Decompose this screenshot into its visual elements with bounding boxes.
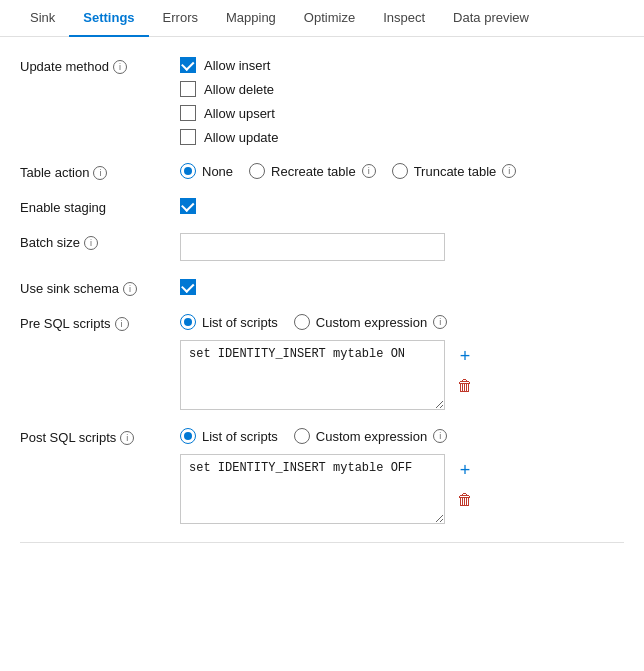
post-sql-scripts-label: Post SQL scripts i [20,428,180,445]
allow-insert-checkbox[interactable]: Allow insert [180,57,624,73]
enable-staging-checkbox-box[interactable] [180,198,196,214]
allow-upsert-label: Allow upsert [204,106,275,121]
post-sql-actions: + 🗑 [453,454,477,512]
post-sql-expression-info-icon[interactable]: i [433,429,447,443]
pre-sql-expression-radio-circle[interactable] [294,314,310,330]
table-action-none[interactable]: None [180,163,233,179]
pre-sql-expression-info-icon[interactable]: i [433,315,447,329]
pre-sql-scripts-content: List of scripts Custom expression i + 🗑 [180,314,624,410]
tab-settings[interactable]: Settings [69,0,148,37]
allow-upsert-checkbox-box[interactable] [180,105,196,121]
pre-sql-delete-button[interactable]: 🗑 [453,374,477,398]
tab-data-preview[interactable]: Data preview [439,0,543,37]
tab-bar: Sink Settings Errors Mapping Optimize In… [0,0,644,37]
post-sql-list-radio-circle[interactable] [180,428,196,444]
pre-sql-scripts-label: Pre SQL scripts i [20,314,180,331]
update-method-row: Update method i Allow insert Allow delet… [20,57,624,145]
post-sql-expression-radio-circle[interactable] [294,428,310,444]
allow-insert-label: Allow insert [204,58,270,73]
post-sql-scripts-row: Post SQL scripts i List of scripts Custo… [20,428,624,524]
pre-sql-textarea[interactable] [180,340,445,410]
batch-size-label: Batch size i [20,233,180,250]
post-sql-editor-row: + 🗑 [180,454,624,524]
enable-staging-label: Enable staging [20,198,180,215]
use-sink-schema-info-icon[interactable]: i [123,282,137,296]
allow-update-checkbox[interactable]: Allow update [180,129,624,145]
pre-sql-radio-group: List of scripts Custom expression i [180,314,624,330]
update-method-options: Allow insert Allow delete Allow upsert A… [180,57,624,145]
allow-delete-label: Allow delete [204,82,274,97]
enable-staging-row: Enable staging [20,198,624,215]
pre-sql-list-radio-circle[interactable] [180,314,196,330]
pre-sql-actions: + 🗑 [453,340,477,398]
batch-size-row: Batch size i [20,233,624,261]
allow-update-label: Allow update [204,130,278,145]
update-method-info-icon[interactable]: i [113,60,127,74]
pre-sql-editor-row: + 🗑 [180,340,624,410]
pre-sql-info-icon[interactable]: i [115,317,129,331]
bottom-divider [20,542,624,543]
tab-mapping[interactable]: Mapping [212,0,290,37]
tab-inspect[interactable]: Inspect [369,0,439,37]
table-action-recreate-radio[interactable] [249,163,265,179]
use-sink-schema-label: Use sink schema i [20,279,180,296]
enable-staging-checkbox[interactable] [180,198,624,214]
recreate-table-info-icon[interactable]: i [362,164,376,178]
table-action-truncate[interactable]: Truncate table i [392,163,517,179]
use-sink-schema-checkbox[interactable] [180,279,624,295]
table-action-none-radio[interactable] [180,163,196,179]
table-action-info-icon[interactable]: i [93,166,107,180]
tab-optimize[interactable]: Optimize [290,0,369,37]
settings-content: Update method i Allow insert Allow delet… [0,37,644,571]
batch-size-content [180,233,624,261]
use-sink-schema-content [180,279,624,295]
post-sql-script-section: List of scripts Custom expression i + 🗑 [180,428,624,524]
batch-size-input[interactable] [180,233,445,261]
table-action-recreate[interactable]: Recreate table i [249,163,376,179]
enable-staging-content [180,198,624,214]
pre-sql-add-button[interactable]: + [453,344,477,368]
allow-upsert-checkbox[interactable]: Allow upsert [180,105,624,121]
post-sql-list-radio[interactable]: List of scripts [180,428,278,444]
allow-delete-checkbox-box[interactable] [180,81,196,97]
table-action-radio-group: None Recreate table i Truncate table i [180,163,624,179]
truncate-table-info-icon[interactable]: i [502,164,516,178]
post-sql-textarea[interactable] [180,454,445,524]
post-sql-expression-radio[interactable]: Custom expression i [294,428,447,444]
post-sql-info-icon[interactable]: i [120,431,134,445]
update-method-label: Update method i [20,57,180,74]
batch-size-info-icon[interactable]: i [84,236,98,250]
tab-errors[interactable]: Errors [149,0,212,37]
table-action-truncate-radio[interactable] [392,163,408,179]
allow-insert-checkbox-box[interactable] [180,57,196,73]
pre-sql-expression-radio[interactable]: Custom expression i [294,314,447,330]
pre-sql-scripts-row: Pre SQL scripts i List of scripts Custom… [20,314,624,410]
use-sink-schema-row: Use sink schema i [20,279,624,296]
use-sink-schema-checkbox-box[interactable] [180,279,196,295]
table-action-options: None Recreate table i Truncate table i [180,163,624,179]
post-sql-radio-group: List of scripts Custom expression i [180,428,624,444]
post-sql-add-button[interactable]: + [453,458,477,482]
table-action-row: Table action i None Recreate table i Tru… [20,163,624,180]
table-action-label: Table action i [20,163,180,180]
allow-update-checkbox-box[interactable] [180,129,196,145]
tab-sink[interactable]: Sink [16,0,69,37]
post-sql-scripts-content: List of scripts Custom expression i + 🗑 [180,428,624,524]
post-sql-delete-button[interactable]: 🗑 [453,488,477,512]
pre-sql-script-section: List of scripts Custom expression i + 🗑 [180,314,624,410]
pre-sql-list-radio[interactable]: List of scripts [180,314,278,330]
allow-delete-checkbox[interactable]: Allow delete [180,81,624,97]
